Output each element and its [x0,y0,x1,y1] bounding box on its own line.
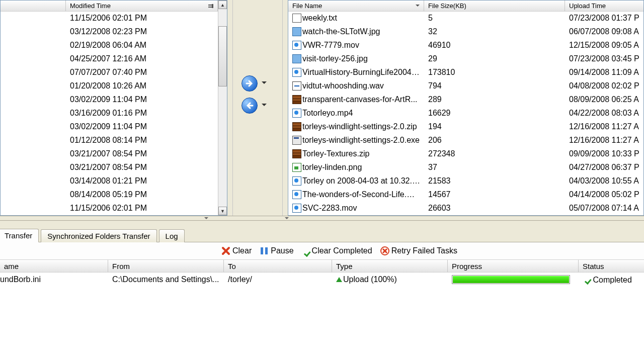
remote-row[interactable]: visit-torley-256.jpg2907/23/2008 03:45 P [288,52,643,66]
local-row[interactable]: 07/07/2007 07:40 PM [1,66,218,79]
local-grid[interactable]: 11/15/2006 02:01 PM03/12/2008 02:23 PM02… [1,12,218,215]
local-row[interactable]: 02/19/2008 06:04 AM [1,39,218,52]
remote-row[interactable]: torley-linden.png3704/27/2008 06:37 P [288,161,643,174]
remote-row[interactable]: Torley-Textures.zip27234809/09/2008 10:3… [288,147,643,161]
local-row[interactable]: 03/02/2009 11:04 PM [1,120,218,134]
modified-time: 03/02/2009 11:04 PM [66,122,218,131]
pause-button[interactable]: Pause [260,246,293,255]
svg-rect-3 [261,247,263,254]
file-size: 272348 [424,149,565,158]
local-row[interactable]: 11/15/2006 02:01 PM [1,12,218,25]
file-name: transparent-canvases-for-ArtR... [288,95,424,105]
scroll-track[interactable] [218,9,227,207]
local-scrollbar[interactable]: ▲ ▼ [218,1,227,215]
local-row[interactable]: 03/16/2009 01:16 PM [1,107,218,120]
chevron-down-icon[interactable] [262,104,267,106]
remote-col-name[interactable]: File Name [288,1,424,11]
upload-time: 04/03/2008 10:55 A [565,176,643,186]
svg-rect-4 [265,247,268,254]
modified-time: 01/12/2008 08:14 PM [66,136,218,145]
xfer-col-from[interactable]: From [108,260,224,272]
remote-row[interactable]: transparent-canvases-for-ArtR...28908/09… [288,93,643,107]
xfer-col-name[interactable]: ame [0,260,108,272]
retry-button[interactable]: Retry Failed Tasks [380,246,457,255]
arrow-right-icon [242,75,258,92]
clear-completed-button[interactable]: Clear Completed [302,246,372,255]
chevron-down-icon[interactable] [262,81,267,84]
local-row[interactable]: 03/21/2007 08:54 PM [1,147,218,161]
transfer-panel: Transfer Synchronized Folders Transfer L… [0,221,644,362]
scroll-thumb[interactable] [218,26,227,86]
local-row[interactable]: 04/25/2007 12:16 AM [1,52,218,66]
scroll-up-button[interactable]: ▲ [218,1,227,9]
remote-row[interactable]: torleys-windlight-settings-2.0.zip19412/… [288,120,643,134]
local-row[interactable]: 01/20/2008 10:26 AM [1,79,218,93]
file-name: torley-linden.png [288,163,424,172]
horizontal-splitter[interactable] [0,216,644,221]
file-png-icon [292,163,301,172]
upload-time: 08/09/2008 06:25 A [565,95,643,104]
file-name: The-wonders-of-Second-Life.mp4 [288,190,424,200]
remote-row[interactable]: vidtut-whooshding.wav79404/08/2008 02:02… [288,79,643,93]
remote-row[interactable]: torleys-windlight-settings-2.0.exe20612/… [288,134,643,147]
file-size: 173810 [424,68,565,77]
remote-row[interactable]: The-wonders-of-Second-Life.mp41456704/14… [288,188,643,202]
check-green-icon [583,276,591,284]
xfer-col-status[interactable]: Status [579,260,644,272]
transfer-toolbar: Clear Pause Clear Completed Retry Failed… [0,242,644,260]
remote-col-size[interactable]: File Size(KB) [424,1,565,11]
remote-row[interactable]: watch-the-SLTotW.jpg3206/07/2008 09:08 A [288,25,643,39]
file-size: 26603 [424,204,565,213]
remote-row[interactable]: weekly.txt507/23/2008 01:37 P [288,12,643,25]
file-size: 29 [424,54,565,63]
local-row[interactable]: 03/14/2008 01:21 PM [1,174,218,188]
file-mov-icon [292,204,301,213]
dual-pane-area: Modified Time 11/15/2006 02:01 PM03/12/2… [0,0,644,216]
xfer-from: C:\Documents and Settings\... [108,275,224,284]
download-button[interactable] [242,98,259,115]
modified-time: 03/02/2009 11:04 PM [66,95,218,104]
file-mov-icon [292,109,301,118]
remote-grid[interactable]: weekly.txt507/23/2008 01:37 Pwatch-the-S… [288,12,643,215]
remote-col-upload[interactable]: Upload Time [565,1,643,11]
column-picker-icon[interactable] [208,3,213,8]
bottom-tab-strip: Transfer Synchronized Folders Transfer L… [0,221,644,242]
transfer-row[interactable]: undBorb.ini C:\Documents and Settings\..… [0,273,644,286]
xfer-col-progress[interactable]: Progress [448,260,579,272]
file-name: torleys-windlight-settings-2.0.exe [288,136,424,145]
pause-icon [260,246,269,255]
local-col-blank[interactable] [1,1,66,11]
remote-row[interactable]: SVC-2283.mov2660305/07/2008 07:14 A [288,202,643,215]
xfer-status: Completed [579,275,644,285]
arrow-left-icon [242,98,258,114]
local-row[interactable]: 03/21/2007 08:54 PM [1,161,218,174]
check-green-icon [302,248,310,256]
upload-time: 04/08/2008 02:02 P [565,81,643,90]
xfer-col-type[interactable]: Type [332,260,448,272]
remote-row[interactable]: Torley on 2008-04-03 at 10.32. ...215830… [288,174,643,188]
local-row[interactable]: 08/14/2008 05:19 PM [1,188,218,202]
local-row[interactable]: 03/12/2008 02:23 PM [1,25,218,39]
xfer-col-to[interactable]: To [224,260,332,272]
local-row[interactable]: 11/15/2006 02:01 PM [1,202,218,215]
tab-transfer[interactable]: Transfer [0,229,39,242]
file-name: VWR-7779.mov [288,41,424,50]
remote-row[interactable]: VirtualHistory-BurningLife2004T...173810… [288,66,643,79]
local-row[interactable]: 01/12/2008 08:14 PM [1,134,218,147]
upload-time: 12/15/2008 09:05 A [565,41,643,50]
clear-button[interactable]: Clear [221,246,252,255]
scroll-down-button[interactable]: ▼ [218,207,227,215]
modified-time: 11/15/2006 02:01 PM [66,204,218,213]
xfer-name: undBorb.ini [0,275,108,284]
remote-row[interactable]: Totorleyo.mp41662904/22/2008 08:03 A [288,107,643,120]
tab-sync[interactable]: Synchronized Folders Transfer [41,229,156,242]
local-row[interactable]: 03/02/2009 11:04 PM [1,93,218,107]
file-size: 794 [424,81,565,90]
upload-button[interactable] [242,75,259,93]
file-zip-icon [292,95,301,104]
file-mov-icon [292,190,301,199]
local-col-modified[interactable]: Modified Time [66,1,218,11]
tab-log[interactable]: Log [159,229,185,242]
remote-row[interactable]: VWR-7779.mov4691012/15/2008 09:05 A [288,39,643,52]
upload-time: 05/07/2008 07:14 A [565,204,643,213]
